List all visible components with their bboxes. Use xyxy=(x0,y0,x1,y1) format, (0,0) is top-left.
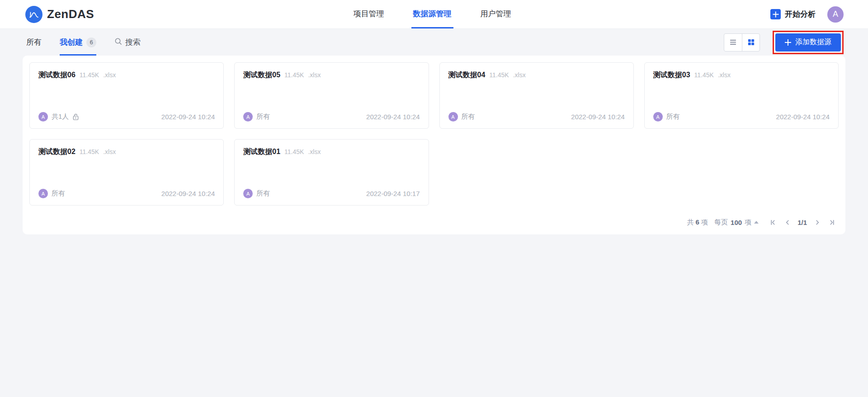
card-file-extension: .xlsx xyxy=(718,71,731,79)
last-page-icon xyxy=(829,219,835,226)
card-owner: A 所有 xyxy=(243,112,270,121)
datasource-card[interactable]: 测试数据02 11.45K .xlsx A 所有 2022-0 xyxy=(29,139,224,206)
card-file-extension: .xlsx xyxy=(103,71,116,79)
card-file-size: 11.45K xyxy=(489,71,509,79)
card-title-row: 测试数据01 11.45K .xlsx xyxy=(243,147,420,157)
pagination-bar: 共 6 项 每页 100 项 1/1 xyxy=(29,217,839,227)
card-owner: A 所有 xyxy=(243,189,270,198)
filter-tab-mine-label: 我创建 xyxy=(60,37,83,47)
card-footer: A 所有 2022-09-24 10:24 xyxy=(243,112,420,121)
card-footer: A 所有 2022-09-24 10:24 xyxy=(448,112,625,121)
datasource-card[interactable]: 测试数据01 11.45K .xlsx A 所有 2022-0 xyxy=(234,139,429,206)
card-title-row: 测试数据04 11.45K .xlsx xyxy=(448,70,625,80)
list-view-button[interactable] xyxy=(724,34,742,51)
start-analysis-label: 开始分析 xyxy=(785,9,816,19)
card-file-extension: .xlsx xyxy=(308,148,321,155)
toolbar-right: 添加数据源 xyxy=(724,31,844,54)
search-trigger[interactable]: 搜索 xyxy=(114,37,141,47)
nav-item-label: 项目管理 xyxy=(354,9,384,19)
card-date: 2022-09-24 10:24 xyxy=(161,113,215,121)
next-page-button[interactable] xyxy=(812,217,822,227)
grid-view-button[interactable] xyxy=(742,34,760,51)
owner-avatar: A xyxy=(243,112,253,121)
nav-item-0[interactable]: 项目管理 xyxy=(352,0,386,28)
card-file-extension: .xlsx xyxy=(308,71,321,79)
filter-tab-mine[interactable]: 我创建 6 xyxy=(60,29,96,56)
card-file-size: 11.45K xyxy=(80,148,99,155)
card-owner: A 共1人 xyxy=(38,112,79,121)
card-title: 测试数据02 xyxy=(38,147,75,157)
datasource-card[interactable]: 测试数据03 11.45K .xlsx A 所有 2022-0 xyxy=(644,62,839,129)
total-count: 6 xyxy=(696,218,699,226)
header-actions: 开始分析 A xyxy=(770,0,844,28)
filter-tab-all-label: 所有 xyxy=(26,37,42,47)
total-prefix: 共 xyxy=(687,218,693,226)
card-date: 2022-09-24 10:24 xyxy=(366,113,420,121)
app-header: ZenDAS 项目管理 数据源管理 用户管理 开始分析 A xyxy=(0,0,868,29)
plus-square-icon xyxy=(770,9,781,19)
card-title: 测试数据06 xyxy=(38,70,75,80)
filter-tabs: 所有 我创建 6 搜索 xyxy=(26,29,141,56)
per-page-prefix: 每页 xyxy=(714,218,728,227)
card-file-size: 11.45K xyxy=(694,71,714,79)
datasource-card[interactable]: 测试数据06 11.45K .xlsx A 共1人 2022- xyxy=(29,62,224,129)
nav-item-label: 用户管理 xyxy=(481,9,511,19)
zendas-logo-icon xyxy=(25,6,42,23)
card-file-size: 11.45K xyxy=(284,148,304,155)
chevron-left-icon xyxy=(784,219,791,226)
owner-avatar: A xyxy=(448,112,458,121)
main-nav: 项目管理 数据源管理 用户管理 xyxy=(352,0,513,28)
card-title-row: 测试数据05 11.45K .xlsx xyxy=(243,70,420,80)
card-title: 测试数据04 xyxy=(448,70,486,80)
last-page-button[interactable] xyxy=(827,217,837,227)
annotation-highlight-box: 添加数据源 xyxy=(773,31,844,54)
grid-view-icon xyxy=(747,38,755,46)
first-page-button[interactable] xyxy=(768,217,778,227)
search-icon xyxy=(114,37,122,47)
add-datasource-button[interactable]: 添加数据源 xyxy=(775,33,841,51)
plus-icon xyxy=(785,39,791,46)
card-owner: A 所有 xyxy=(38,189,65,198)
lock-icon xyxy=(72,113,79,121)
card-date: 2022-09-24 10:24 xyxy=(776,113,830,121)
first-page-icon xyxy=(769,219,776,226)
owner-avatar: A xyxy=(653,112,663,121)
card-title-row: 测试数据06 11.45K .xlsx xyxy=(38,70,215,80)
pagination-controls: 1/1 xyxy=(768,217,837,227)
datasource-card[interactable]: 测试数据05 11.45K .xlsx A 所有 2022-0 xyxy=(234,62,429,129)
per-page-count: 100 xyxy=(731,219,742,226)
card-owner: A 所有 xyxy=(653,112,680,121)
card-footer: A 所有 2022-09-24 10:24 xyxy=(653,112,830,121)
datasource-card[interactable]: 测试数据04 11.45K .xlsx A 所有 2022-0 xyxy=(439,62,634,129)
nav-item-2[interactable]: 用户管理 xyxy=(479,0,513,28)
nav-item-1[interactable]: 数据源管理 xyxy=(411,0,453,28)
card-file-size: 11.45K xyxy=(80,71,99,79)
filter-tab-all[interactable]: 所有 xyxy=(26,29,42,56)
card-file-size: 11.45K xyxy=(284,71,304,79)
card-footer: A 共1人 2022-09-24 10:24 xyxy=(38,112,215,121)
total-suffix: 项 xyxy=(701,218,708,226)
brand: ZenDAS xyxy=(25,0,94,28)
card-title: 测试数据03 xyxy=(653,70,690,80)
view-toggle xyxy=(724,33,760,51)
card-file-extension: .xlsx xyxy=(513,71,526,79)
share-scope-label: 共1人 xyxy=(52,112,69,121)
app-title: ZenDAS xyxy=(47,7,94,21)
datasource-panel: 测试数据06 11.45K .xlsx A 共1人 2022- xyxy=(23,56,845,234)
card-title-row: 测试数据03 11.45K .xlsx xyxy=(653,70,830,80)
user-avatar[interactable]: A xyxy=(827,6,844,23)
add-datasource-label: 添加数据源 xyxy=(795,37,831,47)
share-scope-label: 所有 xyxy=(666,112,680,121)
per-page-selector[interactable]: 每页 100 项 xyxy=(714,218,759,227)
share-scope-label: 所有 xyxy=(256,112,270,121)
pagination-total: 共 6 项 xyxy=(687,218,708,227)
prev-page-button[interactable] xyxy=(782,217,792,227)
filter-toolbar: 所有 我创建 6 搜索 xyxy=(0,29,868,56)
card-footer: A 所有 2022-09-24 10:17 xyxy=(243,189,420,198)
chevron-right-icon xyxy=(814,219,821,226)
start-analysis-button[interactable]: 开始分析 xyxy=(770,9,816,19)
page-indicator: 1/1 xyxy=(797,219,808,226)
card-title: 测试数据05 xyxy=(243,70,280,80)
card-owner: A 所有 xyxy=(448,112,475,121)
card-date: 2022-09-24 10:24 xyxy=(161,190,215,197)
